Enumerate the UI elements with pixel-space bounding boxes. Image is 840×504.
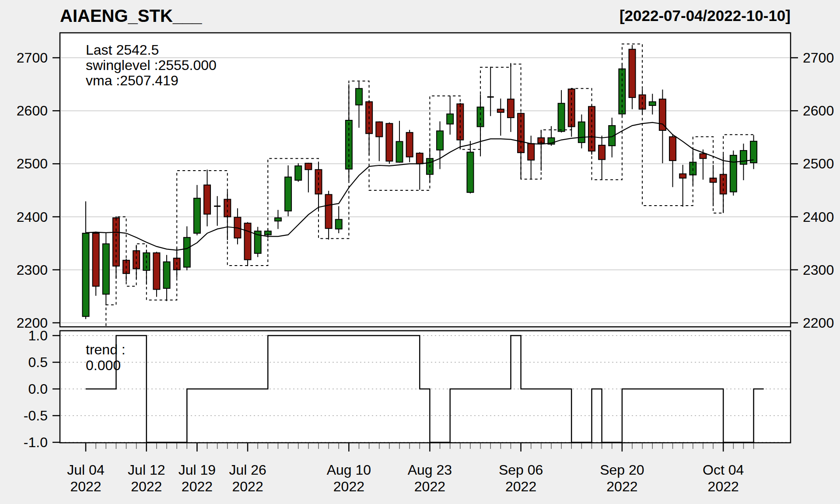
candle-body — [204, 185, 210, 214]
x-axis-label: Aug 10 — [327, 462, 371, 478]
candle-body — [750, 141, 757, 163]
legend-vma: vma :2507.419 — [86, 73, 178, 88]
candle-body — [275, 218, 281, 221]
candle-body — [528, 144, 534, 160]
candle-body — [164, 262, 170, 289]
y-axis-label: 2500 — [803, 156, 834, 172]
y-axis-label: 2600 — [17, 103, 48, 119]
legend-swinglevel: swinglevel :2555.000 — [86, 57, 217, 73]
candle-body — [740, 150, 747, 164]
x-axis-label: Oct 04 — [703, 462, 744, 478]
candle-body — [437, 131, 443, 150]
trend-value-label: 0.000 — [86, 357, 121, 373]
candle-body — [497, 109, 504, 112]
candle-body — [629, 49, 636, 98]
x-axis-label: Sep 20 — [600, 462, 644, 478]
x-axis-label-year: 2022 — [333, 479, 364, 494]
candle-body — [305, 163, 312, 170]
candle-body — [376, 122, 382, 137]
candle-body — [83, 233, 89, 316]
candle-body — [588, 106, 595, 151]
y-axis-label: 2700 — [17, 50, 48, 66]
candle-body — [578, 122, 585, 143]
candle-body — [558, 103, 565, 131]
x-axis-label-year: 2022 — [606, 479, 637, 494]
page-title: AIAENG_STK___ — [60, 6, 202, 25]
x-axis-label: Jul 19 — [178, 462, 216, 478]
y-axis-label: 2400 — [803, 209, 834, 225]
y-axis-label: 2200 — [803, 315, 834, 331]
candle-body — [194, 198, 200, 233]
x-axis-label: Jul 12 — [128, 462, 165, 478]
candle-body — [649, 102, 656, 105]
x-axis-label-year: 2022 — [414, 479, 445, 494]
candle-body — [245, 223, 251, 260]
candle-body — [93, 233, 99, 286]
candle-body — [700, 154, 706, 158]
candle-body — [184, 238, 190, 267]
trend-panel — [60, 331, 791, 443]
x-axis-label: Jul 26 — [229, 462, 266, 478]
candle-body — [467, 152, 473, 192]
candle-body — [386, 123, 392, 161]
candle-body — [508, 99, 514, 118]
candle-body — [326, 195, 332, 229]
y-axis-label: 2600 — [803, 103, 834, 119]
trend-axis-label: 0.0 — [28, 381, 48, 397]
x-axis-label-year: 2022 — [708, 479, 739, 494]
candle-body — [598, 145, 605, 160]
candle-body — [295, 166, 301, 180]
candle-body — [406, 133, 413, 157]
x-axis-label: Sep 06 — [499, 462, 543, 478]
candle-body — [730, 155, 737, 192]
x-axis-label-year: 2022 — [232, 479, 263, 494]
candle-body — [285, 177, 291, 211]
candle-body — [447, 114, 453, 124]
candle-body — [153, 253, 160, 290]
candle-body — [336, 220, 342, 229]
trend-axis-label: 0.5 — [28, 354, 48, 370]
y-axis-label: 2400 — [17, 209, 48, 225]
candle-body — [356, 88, 362, 105]
x-axis-label-year: 2022 — [505, 479, 536, 494]
trend-name-label: trend : — [86, 342, 126, 357]
legend-last: Last 2542.5 — [86, 42, 159, 58]
candle-body — [224, 200, 231, 217]
candle-body — [396, 141, 403, 162]
x-axis-label-year: 2022 — [182, 479, 213, 494]
x-axis-label: Aug 23 — [408, 462, 452, 478]
y-axis-label: 2500 — [17, 156, 48, 172]
candle-body — [103, 244, 109, 294]
candle-body — [669, 137, 676, 161]
trend-axis-label: 1.0 — [28, 328, 48, 343]
chart-page: AIAENG_STK___ [2022-07-04/2022-10-10] 22… — [0, 0, 840, 504]
candle-body — [416, 153, 423, 164]
x-axis-label: Jul 04 — [67, 462, 104, 478]
y-axis-label: 2300 — [803, 262, 834, 278]
trend-axis-label: -0.5 — [24, 408, 48, 424]
date-range-label: [2022-07-04/2022-10-10] — [620, 7, 791, 24]
candlestick-chart: AIAENG_STK___ [2022-07-04/2022-10-10] 22… — [0, 0, 840, 504]
y-axis-label: 2700 — [803, 50, 834, 66]
trend-axis-label: -1.0 — [24, 434, 48, 450]
candle-body — [679, 174, 686, 178]
x-axis-label-year: 2022 — [70, 479, 101, 494]
y-axis-label: 2300 — [17, 262, 48, 278]
x-axis-label-year: 2022 — [131, 479, 162, 494]
candle-body — [659, 99, 666, 130]
